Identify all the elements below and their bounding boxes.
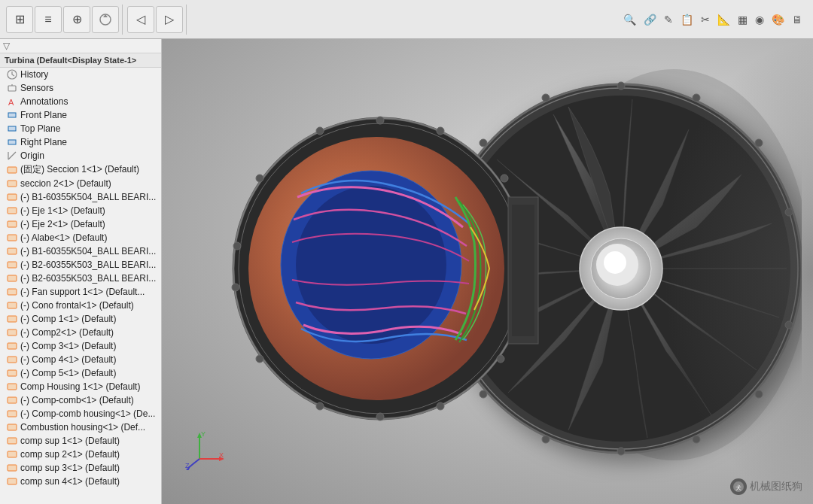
comp-sup3-label: comp sup 3<1> (Default) <box>20 463 120 473</box>
svg-line-69 <box>188 459 199 468</box>
sensors-icon <box>6 82 18 94</box>
svg-rect-6 <box>8 113 16 117</box>
toolbar-btn-back[interactable]: ◁ <box>127 6 154 33</box>
tree-content[interactable]: History Sensors A Annotations <box>0 68 161 504</box>
tree-item-fan-support[interactable]: (-) Fan support 1<1> (Default... <box>0 285 161 299</box>
svg-point-56 <box>376 413 384 421</box>
toolbar-btn-rotate[interactable] <box>92 6 119 33</box>
seccion1-icon <box>6 164 18 176</box>
tree-item-combustion-housing[interactable]: Combustion housing<1> (Def... <box>0 421 161 434</box>
tree-item-comp-sup3[interactable]: comp sup 3<1> (Default) <box>0 461 161 475</box>
comp-comb1-icon <box>6 394 18 406</box>
fan-support-icon <box>6 286 18 298</box>
tree-item-comp3[interactable]: (-) Comp 3<1> (Default) <box>0 339 161 353</box>
toolbar-btn-grid[interactable]: ⊞ <box>6 6 33 33</box>
svg-text:A: A <box>8 98 14 107</box>
tree-item-b1-ball2[interactable]: (-) B1-60355K504_BALL BEARI... <box>0 244 161 258</box>
b1ball2-label: (-) B1-60355K504_BALL BEARI... <box>20 246 156 257</box>
toolbar-btn-forward[interactable]: ▷ <box>156 6 183 33</box>
tree-item-comp5[interactable]: (-) Comp 5<1> (Default) <box>0 366 161 380</box>
comp-sup1-icon <box>6 435 18 447</box>
svg-rect-25 <box>8 357 17 363</box>
edit-icon[interactable]: ✎ <box>662 12 674 27</box>
sensors-label: Sensors <box>20 83 53 93</box>
top-plane-label: Top Plane <box>20 123 60 134</box>
annotations-label: Annotations <box>20 96 68 107</box>
comp-sup3-icon <box>6 462 18 474</box>
link-icon[interactable]: 🔗 <box>642 12 658 27</box>
tree-item-front-plane[interactable]: Front Plane <box>0 108 161 122</box>
axis-indicator: Y X Z <box>184 429 222 466</box>
toolbar-btn-plus[interactable]: ⊕ <box>63 6 90 33</box>
svg-rect-11 <box>8 167 17 173</box>
tree-item-b1-ball1[interactable]: (-) B1-60355K504_BALL BEARI... <box>0 190 161 204</box>
grid-icon[interactable]: ▦ <box>736 12 749 27</box>
tree-item-comp1[interactable]: (-) Comp 1<1> (Default) <box>0 312 161 326</box>
comp5-icon <box>6 367 18 379</box>
svg-rect-16 <box>8 235 17 241</box>
svg-point-58 <box>256 355 263 363</box>
comp-comb1-label: (-) Comp-comb<1> (Default) <box>20 395 134 405</box>
watermark: 犬 机械图纸狗 <box>730 478 802 495</box>
tree-item-comp-sup1[interactable]: comp sup 1<1> (Default) <box>0 434 161 448</box>
tree-item-comp-housing1[interactable]: Comp Housing 1<1> (Default) <box>0 380 161 393</box>
svg-rect-13 <box>8 194 17 200</box>
history-label: History <box>20 69 48 80</box>
svg-text:X: X <box>219 451 224 459</box>
tree-item-seccion1[interactable]: (固定) Seccion 1<1> (Default) <box>0 162 161 177</box>
tree-item-top-plane[interactable]: Top Plane <box>0 122 161 135</box>
comp2-label: (-) Comp2<1> (Default) <box>20 327 114 338</box>
toolbar-group-main: ⊞ ≡ ⊕ <box>3 5 123 35</box>
tree-item-origin[interactable]: Origin <box>0 149 161 162</box>
tree-item-comp2[interactable]: (-) Comp2<1> (Default) <box>0 326 161 339</box>
tree-item-b2-ball1[interactable]: (-) B2-60355K503_BALL BEARI... <box>0 258 161 272</box>
tree-item-b2-ball2[interactable]: (-) B2-60355K503_BALL BEARI... <box>0 272 161 285</box>
tree-item-comp-comb1[interactable]: (-) Comp-comb<1> (Default) <box>0 393 161 407</box>
tree-item-sensors[interactable]: Sensors <box>0 81 161 95</box>
tree-item-eje1[interactable]: (-) Eje 1<1> (Default) <box>0 204 161 217</box>
sidebar-filter: ▽ <box>0 39 161 53</box>
tree-item-history[interactable]: History <box>0 68 161 81</box>
tree-item-alabe1[interactable]: (-) Alabe<1> (Default) <box>0 231 161 244</box>
origin-label: Origin <box>20 150 44 161</box>
view-icon[interactable]: ◉ <box>754 12 766 27</box>
svg-point-49 <box>376 117 384 124</box>
tree-item-comp-sup4[interactable]: comp sun 4<1> (Default) <box>0 475 161 488</box>
eje2-label: (-) Eje 2<1> (Default) <box>20 219 105 229</box>
svg-point-57 <box>316 402 324 410</box>
tree-item-annotations[interactable]: A Annotations <box>0 95 161 108</box>
viewport[interactable]: Y X Z 犬 机械图纸狗 <box>162 39 813 504</box>
internal-blue2 <box>296 186 446 344</box>
tree-item-right-plane[interactable]: Right Plane <box>0 135 161 149</box>
watermark-text: 机械图纸狗 <box>750 480 802 493</box>
render-icon[interactable]: 🎨 <box>770 12 786 27</box>
eje1-icon <box>6 205 18 217</box>
toolbar-group-nav: ◁ ▷ <box>124 5 187 35</box>
svg-rect-33 <box>8 465 17 471</box>
svg-point-59 <box>232 284 239 291</box>
svg-rect-34 <box>8 478 17 484</box>
right-plane-icon <box>6 136 18 148</box>
svg-rect-26 <box>8 370 17 376</box>
toolbar-btn-list[interactable]: ≡ <box>35 6 62 33</box>
cut-icon[interactable]: ✂ <box>699 12 711 27</box>
filter-icon[interactable]: ▽ <box>3 41 10 51</box>
tree-item-comp4[interactable]: (-) Comp 4<1> (Default) <box>0 353 161 366</box>
comp3-icon <box>6 340 18 352</box>
tree-item-comp-comb-housing[interactable]: (-) Comp-comb housing<1> (De... <box>0 407 161 421</box>
comp4-label: (-) Comp 4<1> (Default) <box>20 354 116 365</box>
clipboard-icon[interactable]: 📋 <box>679 12 695 27</box>
tree-item-cono-frontal[interactable]: (-) Cono frontal<1> (Default) <box>0 299 161 312</box>
display-icon[interactable]: 🖥 <box>790 12 804 27</box>
svg-rect-3 <box>8 86 16 91</box>
svg-rect-30 <box>8 424 17 430</box>
tree-item-eje2[interactable]: (-) Eje 2<1> (Default) <box>0 217 161 231</box>
combustion-housing-icon <box>6 421 18 433</box>
tree-item-seccion2[interactable]: seccion 2<1> (Default) <box>0 177 161 190</box>
tree-header: Turbina (Default<Display State-1> <box>0 53 161 68</box>
comp-sup4-label: comp sun 4<1> (Default) <box>20 476 120 487</box>
search-icon[interactable]: 🔍 <box>622 12 638 27</box>
measure-icon[interactable]: 📐 <box>716 12 732 27</box>
svg-point-50 <box>437 127 444 135</box>
tree-item-comp-sup2[interactable]: comp sup 2<1> (Default) <box>0 448 161 461</box>
